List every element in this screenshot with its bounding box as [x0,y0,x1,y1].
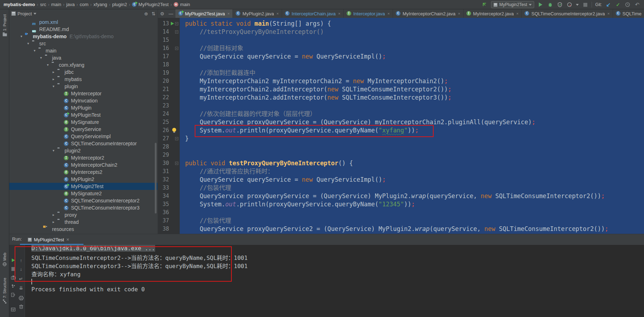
tree-item-proxy[interactable]: ▸proxy [9,211,158,218]
chevron-collapsed-icon[interactable]: ▸ [51,211,56,218]
history-button[interactable] [624,1,631,8]
tree-item-pom.xml[interactable]: mpom.xml [9,19,158,26]
debug-button[interactable] [547,1,553,8]
snapshot-icon[interactable] [9,274,17,281]
breadcrumb-item-xfyang[interactable]: xfyang [93,2,107,7]
code-line-31[interactable]: 31 //通过代理答应执行耗时： [158,167,644,176]
code-line-17[interactable]: 17 QueryService queryService = new Query… [158,52,644,61]
layout-icon[interactable] [9,306,17,313]
chevron-collapsed-icon[interactable]: ▸ [51,218,56,226]
run-button[interactable] [537,1,544,8]
tree-item-MyPlugin2Test[interactable]: CMyPlugin2Test [9,183,158,190]
breadcrumb-item-src[interactable]: src [40,2,46,7]
code-line-19[interactable]: 19 //添加到拦截器连中 [158,69,644,77]
git-update-button[interactable]: ↙ [605,1,612,8]
tab-MyInterceptor2.java[interactable]: IMyInterceptor2.java× [464,9,522,18]
toolwindow-button-project[interactable]: 1: Project [0,14,9,36]
tree-item-MyIntercepts2[interactable]: @MyIntercepts2 [9,168,158,176]
up-arrow-icon[interactable]: ↑ [17,257,25,263]
tree-item-resources[interactable]: resources [9,226,158,233]
profiler-dropdown-icon[interactable] [576,4,579,6]
tree-item-main[interactable]: ▾main [9,47,158,54]
tree-item-MySignature[interactable]: @MySignature [9,119,158,126]
close-icon[interactable]: ✕ [66,237,70,242]
down-arrow-icon[interactable]: ↓ [17,266,25,272]
code-line-20[interactable]: 20 MyInterceptorChain2 myInterceptorChai… [158,77,644,85]
run-tab[interactable]: MyPlugin2Test ✕ [25,235,72,244]
code-line-14[interactable]: 14− //testProxyQueryByOneInterceptor() [158,28,644,36]
code-line-26[interactable]: 26 System.out.println(proxyQueryService.… [158,126,644,135]
green-corner-arrow-icon[interactable] [481,1,488,8]
rerun-button[interactable] [9,257,17,263]
settings-icon[interactable]: ⚙ [158,9,167,18]
code-line-21[interactable]: 21 myInterceptorChain2.addInterceptor(ne… [158,85,644,94]
chevron-expanded-icon[interactable]: ▾ [51,83,56,90]
tree-item-MyPluginTest[interactable]: CMyPluginTest [9,111,158,119]
breadcrumb-item-mybatis-demo[interactable]: mybatis-demo [4,2,35,7]
close-icon[interactable]: × [228,11,230,16]
exit-icon[interactable] [9,292,17,298]
code-line-36[interactable]: 36 [158,208,644,217]
breadcrumb-item-com[interactable]: com [80,2,89,7]
hide-icon[interactable]: — [167,9,175,18]
close-icon[interactable]: × [388,11,390,16]
chevron-expanded-icon[interactable]: ▾ [26,40,30,47]
stop-button[interactable] [582,1,588,8]
chevron-expanded-icon[interactable]: ▾ [32,47,37,54]
tree-item-MyInterceptor2[interactable]: IMyInterceptor2 [9,154,158,161]
code-line-18[interactable]: 18 [158,61,644,69]
code-line-32[interactable]: 32 QueryService queryService = new Query… [158,176,644,184]
print-icon[interactable] [17,295,25,301]
tree-item-MyPlugin2[interactable]: CMyPlugin2 [9,176,158,183]
project-tree-scrollbar[interactable] [155,143,157,213]
toolwindow-button-web[interactable]: Web [0,253,9,266]
code-line-25[interactable]: 25 QueryService proxyQueryService = (Que… [158,118,644,126]
tree-item-mybatis-demo[interactable]: ▾mybatis-demoE:\git\mybatis-demo [9,33,158,40]
tree-item-QueryService[interactable]: IQueryService [9,126,158,133]
stop-button[interactable] [9,266,17,272]
console-output[interactable]: D:\Java\jdk1.8.0_60\bin\java.exe ...SQLT… [25,245,644,317]
tree-item-MyInterceptor[interactable]: IMyInterceptor [9,90,158,97]
tree-item-plugin2[interactable]: ▾plugin2 [9,147,158,154]
tab-SQLTime[interactable]: CSQLTime× [613,9,644,18]
clear-icon[interactable] [17,303,25,310]
tab-Interceptor.java[interactable]: IInterceptor.java× [344,9,393,18]
code-line-16[interactable]: 16− //创建目标对象 [158,44,644,52]
tab-MyPlugin2Test.java[interactable]: CMyPlugin2Test.java× [175,9,233,18]
close-icon[interactable]: × [338,11,340,16]
code-line-23[interactable]: 23 [158,102,644,110]
tree-item-MyInvcation[interactable]: CMyInvcation [9,97,158,104]
breadcrumb-item-java[interactable]: java [66,2,75,7]
code-line-38[interactable]: 38 QueryService proxyQueryService2 = (Qu… [158,225,644,233]
git-commit-button[interactable]: ✓ [615,1,621,8]
breadcrumb-item-MyPlugin2Test[interactable]: CMyPlugin2Test [132,2,169,7]
tree-item-SQLTimeConsumeInterceptor2[interactable]: CSQLTimeConsumeInterceptor2 [9,197,158,204]
tab-MyInterceptorChain2.java[interactable]: CMyInterceptorChain2.java× [393,9,464,18]
chevron-collapsed-icon[interactable]: ▸ [51,76,56,83]
code-editor[interactable]: 13− public static void main(String[] arg… [158,18,644,234]
code-line-29[interactable]: 29 [158,151,644,159]
close-icon[interactable]: × [607,11,609,16]
toolwindow-button-structure[interactable]: 7: Structure [0,278,9,304]
tree-item-java[interactable]: ▾java [9,54,158,61]
code-line-30[interactable]: 30− public void testProxyQueryByOneInter… [158,159,644,167]
code-line-22[interactable]: 22 myInterceptorChain2.addInterceptor(ne… [158,94,644,102]
tree-item-MyPlugin[interactable]: CMyPlugin [9,104,158,111]
chevron-expanded-icon[interactable]: ▾ [19,33,24,40]
breadcrumb-item-main[interactable]: main [51,2,61,7]
code-line-15[interactable]: 15 [158,36,644,44]
tab-MyPlugin2.java[interactable]: CMyPlugin2.java× [233,9,282,18]
code-line-33[interactable]: 33 //包装代理 [158,184,644,192]
code-line-13[interactable]: 13− public static void main(String[] arg… [158,20,644,28]
chevron-collapsed-icon[interactable]: ▸ [51,69,56,76]
tree-item-SQLTimeConsumeInterceptor3[interactable]: CSQLTimeConsumeInterceptor3 [9,204,158,211]
locate-icon[interactable]: ⊕ [144,11,148,16]
profiler-button[interactable] [566,1,573,8]
tab-SQLTimeConsumeInterceptor2.java[interactable]: CSQLTimeConsumeInterceptor2.java× [522,9,613,18]
run-configuration-select[interactable]: MyPlugin2Test [491,1,534,8]
scroll-to-end-icon[interactable]: ⇊ [17,285,25,291]
close-icon[interactable]: × [458,11,460,16]
code-line-37[interactable]: 37 //包装代理 [158,217,644,225]
tree-item-com.xfyang[interactable]: ▾com.xfyang [9,61,158,69]
coverage-button[interactable] [557,1,563,8]
